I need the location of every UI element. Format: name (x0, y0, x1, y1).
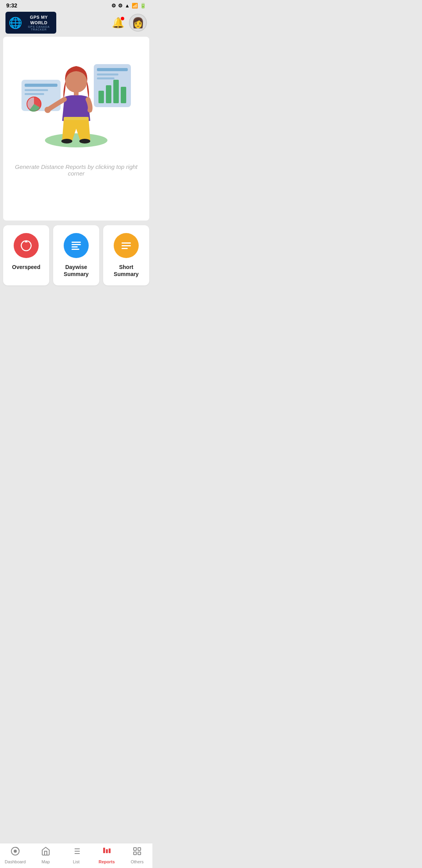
illustration (9, 45, 143, 154)
main-content-card: Generate Distance Reports by clicking to… (3, 37, 149, 221)
logo-subtitle: GPS CANADA TRACKER (25, 25, 53, 31)
report-card-daywise[interactable]: Daywise Summary (53, 225, 99, 285)
signal-icon: 📶 (132, 3, 138, 9)
svg-rect-11 (25, 89, 48, 91)
generate-hint-text: Generate Distance Reports by clicking to… (9, 163, 143, 177)
svg-point-18 (61, 139, 72, 143)
svg-rect-26 (122, 242, 131, 244)
settings-icon1: ⚙ (111, 3, 116, 9)
svg-rect-25 (72, 249, 79, 250)
status-bar: 9:32 ⚙ ⚙ ▲ 📶 🔋 (0, 0, 152, 10)
svg-rect-12 (25, 93, 44, 95)
svg-rect-8 (121, 87, 126, 103)
illustration-svg (18, 45, 135, 154)
header-actions: 🔔 👩 (112, 14, 147, 32)
settings-icon2: ⚙ (118, 3, 123, 9)
battery-icon: 🔋 (140, 3, 146, 9)
overspeed-label: Overspeed (12, 264, 40, 271)
svg-point-0 (45, 133, 107, 147)
daywise-icon (64, 233, 89, 258)
header: 🌐 GPS MY WORLD GPS CANADA TRACKER 🔔 👩 (0, 10, 152, 37)
svg-point-20 (45, 107, 51, 113)
svg-rect-7 (113, 80, 119, 103)
svg-point-19 (79, 139, 90, 143)
logo: 🌐 GPS MY WORLD GPS CANADA TRACKER (5, 12, 56, 34)
svg-rect-5 (98, 91, 104, 103)
report-card-overspeed[interactable]: Overspeed (3, 225, 49, 285)
svg-rect-4 (97, 77, 114, 79)
notification-button[interactable]: 🔔 (112, 17, 124, 29)
report-cards-row: Overspeed Daywise Summary Short Summary (3, 225, 149, 317)
short-summary-label: Short Summary (108, 264, 145, 278)
svg-rect-27 (122, 245, 131, 246)
svg-rect-3 (97, 74, 118, 75)
notification-dot (121, 17, 124, 20)
svg-rect-23 (72, 244, 81, 245)
svg-rect-10 (25, 84, 57, 87)
svg-rect-28 (122, 248, 128, 249)
short-summary-icon (114, 233, 139, 258)
avatar[interactable]: 👩 (129, 14, 147, 32)
logo-title: GPS MY WORLD (25, 14, 53, 26)
svg-rect-2 (97, 68, 128, 71)
logo-globe-icon: 🌐 (9, 16, 22, 29)
status-icons: ⚙ ⚙ ▲ 📶 🔋 (111, 3, 146, 9)
svg-rect-24 (72, 246, 78, 247)
svg-rect-6 (106, 85, 111, 103)
daywise-label: Daywise Summary (58, 264, 95, 278)
wifi-icon: ▲ (125, 3, 130, 9)
overspeed-icon (14, 233, 39, 258)
report-card-short-summary[interactable]: Short Summary (103, 225, 149, 285)
status-time: 9:32 (6, 2, 17, 9)
svg-rect-22 (72, 242, 81, 243)
